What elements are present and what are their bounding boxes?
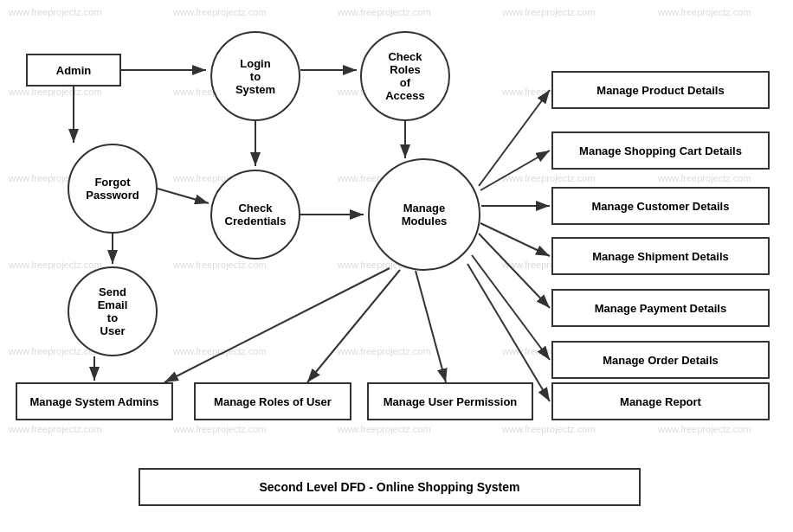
manage-shipment-details-box: Manage Shipment Details	[551, 237, 770, 275]
manage-report-box: Manage Report	[551, 382, 770, 420]
manage-roles-user-box: Manage Roles of User	[194, 382, 351, 420]
manage-payment-details-box: Manage Payment Details	[551, 289, 770, 327]
watermark: www.freeprojectz.com	[338, 346, 431, 356]
manage-shopping-cart-box: Manage Shopping Cart Details	[551, 131, 770, 170]
watermark: www.freeprojectz.com	[658, 173, 751, 183]
check-cred-label: CheckCredentials	[225, 202, 287, 228]
svg-line-19	[467, 264, 550, 401]
watermark: www.freeprojectz.com	[338, 424, 431, 434]
login-circle: LogintoSystem	[210, 31, 300, 121]
svg-line-12	[416, 271, 446, 382]
watermark: www.freeprojectz.com	[658, 424, 751, 434]
svg-line-17	[479, 234, 550, 308]
manage-payment-details-label: Manage Payment Details	[595, 302, 726, 315]
manage-order-details-box: Manage Order Details	[551, 341, 770, 379]
svg-line-11	[307, 270, 400, 382]
manage-product-details-box: Manage Product Details	[551, 71, 770, 109]
watermark: www.freeprojectz.com	[502, 173, 596, 183]
footer-title-box: Second Level DFD - Online Shopping Syste…	[139, 468, 641, 506]
svg-line-18	[472, 255, 550, 360]
svg-line-10	[164, 268, 390, 382]
manage-roles-user-label: Manage Roles of User	[214, 395, 332, 408]
manage-customer-details-box: Manage Customer Details	[551, 187, 770, 225]
manage-customer-details-label: Manage Customer Details	[592, 200, 730, 213]
forgot-pwd-label: ForgotPassword	[86, 176, 139, 202]
manage-order-details-label: Manage Order Details	[603, 354, 719, 367]
watermark: www.freeprojectz.com	[9, 424, 102, 434]
svg-line-14	[480, 151, 550, 190]
check-roles-circle: CheckRolesofAccess	[360, 31, 450, 121]
footer-title: Second Level DFD - Online Shopping Syste…	[259, 480, 519, 494]
login-label: LogintoSystem	[235, 57, 275, 96]
watermark: www.freeprojectz.com	[502, 7, 596, 17]
check-cred-circle: CheckCredentials	[210, 170, 300, 260]
watermark: www.freeprojectz.com	[173, 424, 267, 434]
send-email-circle: SendEmailtoUser	[68, 266, 158, 356]
watermark: www.freeprojectz.com	[173, 346, 267, 356]
manage-system-admins-box: Manage System Admins	[16, 382, 173, 420]
manage-modules-label: ManageModules	[402, 202, 448, 228]
manage-modules-circle: ManageModules	[368, 158, 480, 271]
manage-system-admins-label: Manage System Admins	[29, 395, 158, 408]
forgot-pwd-circle: ForgotPassword	[68, 144, 158, 234]
check-roles-label: CheckRolesofAccess	[385, 50, 425, 102]
watermark: www.freeprojectz.com	[9, 7, 102, 17]
watermark: www.freeprojectz.com	[338, 7, 431, 17]
manage-report-label: Manage Report	[620, 395, 701, 408]
admin-label: Admin	[56, 64, 91, 77]
watermark: www.freeprojectz.com	[9, 260, 102, 270]
manage-shipment-details-label: Manage Shipment Details	[592, 250, 728, 263]
svg-line-13	[479, 90, 550, 186]
svg-line-16	[480, 223, 550, 256]
admin-box: Admin	[26, 54, 121, 87]
svg-line-7	[158, 189, 209, 203]
manage-user-permission-box: Manage User Permission	[367, 382, 533, 420]
watermark: www.freeprojectz.com	[173, 260, 267, 270]
diagram: www.freeprojectz.com www.freeprojectz.co…	[0, 0, 793, 532]
manage-product-details-label: Manage Product Details	[596, 84, 724, 97]
manage-shopping-cart-label: Manage Shopping Cart Details	[579, 144, 742, 157]
manage-user-permission-label: Manage User Permission	[384, 395, 518, 408]
watermark: www.freeprojectz.com	[173, 7, 267, 17]
watermark: www.freeprojectz.com	[9, 87, 102, 97]
watermark: www.freeprojectz.com	[502, 424, 596, 434]
send-email-label: SendEmailtoUser	[98, 285, 128, 337]
watermark: www.freeprojectz.com	[658, 7, 751, 17]
